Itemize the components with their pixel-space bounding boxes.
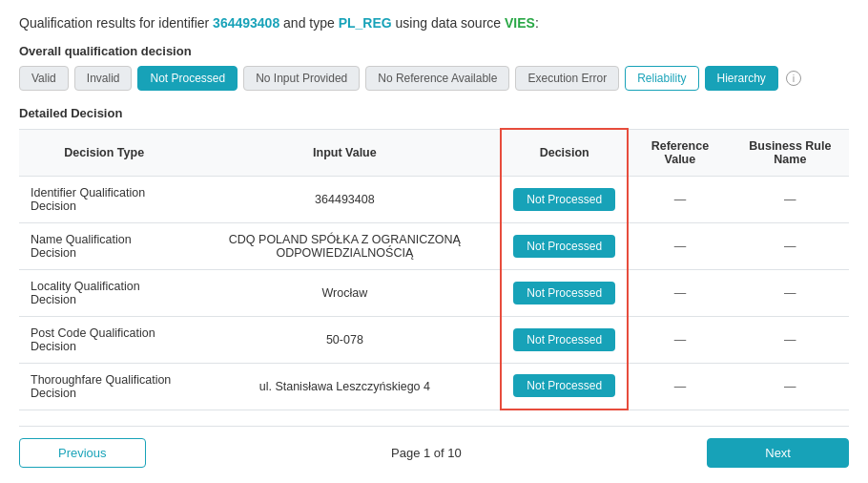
cell-reference-value: — [628, 269, 732, 316]
hierarchy-button[interactable]: Hierarchy [705, 66, 778, 91]
cell-decision-type: Post Code Qualification Decision [19, 316, 189, 363]
cell-business-rule: — [732, 363, 849, 410]
col-business-rule: Business Rule Name [732, 129, 849, 176]
table-row: Identifier Qualification Decision3644934… [19, 176, 849, 222]
cell-input-value: CDQ POLAND SPÓŁKA Z OGRANICZONĄ ODPOWIED… [189, 222, 501, 269]
cell-reference-value: — [628, 176, 732, 222]
invalid-button[interactable]: Invalid [74, 66, 133, 91]
cell-business-rule: — [732, 176, 849, 222]
no-input-button[interactable]: No Input Provided [243, 66, 360, 91]
execution-error-button[interactable]: Execution Error [515, 66, 619, 91]
cell-business-rule: — [732, 269, 849, 316]
cell-business-rule: — [732, 316, 849, 363]
cell-decision-type: Thoroughfare Qualification Decision [19, 363, 189, 410]
cell-business-rule: — [732, 222, 849, 269]
page-title: Qualification results for identifier 364… [19, 15, 849, 31]
reliability-button[interactable]: Reliability [625, 66, 698, 91]
table-row: Locality Qualification DecisionWrocławNo… [19, 269, 849, 316]
cell-decision: Not Processed [501, 222, 628, 269]
table-row: Thoroughfare Qualification Decisionul. S… [19, 363, 849, 410]
overall-decision-buttons: Valid Invalid Not Processed No Input Pro… [19, 66, 849, 91]
pagination: Previous Page 1 of 10 Next [19, 426, 849, 468]
no-reference-button[interactable]: No Reference Available [365, 66, 509, 91]
cell-reference-value: — [628, 222, 732, 269]
decision-badge-button[interactable]: Not Processed [513, 188, 615, 211]
table-row: Post Code Qualification Decision50-078No… [19, 316, 849, 363]
decision-badge-button[interactable]: Not Processed [513, 282, 615, 304]
previous-button[interactable]: Previous [19, 438, 146, 468]
decision-badge-button[interactable]: Not Processed [513, 374, 615, 397]
col-decision: Decision [501, 129, 628, 176]
detailed-decision-label: Detailed Decision [19, 106, 849, 120]
col-reference-value: Reference Value [628, 129, 732, 176]
cell-reference-value: — [628, 316, 732, 363]
cell-reference-value: — [628, 363, 732, 410]
decision-badge-button[interactable]: Not Processed [513, 328, 615, 351]
col-input-value: Input Value [189, 129, 501, 176]
next-button[interactable]: Next [707, 438, 849, 468]
info-icon[interactable]: i [786, 71, 801, 86]
cell-decision-type: Name Qualification Decision [19, 222, 189, 269]
type-value: PL_REG [339, 15, 392, 31]
cell-decision-type: Identifier Qualification Decision [19, 176, 189, 222]
source-value: VIES [505, 15, 535, 31]
col-decision-type: Decision Type [19, 129, 189, 176]
decision-badge-button[interactable]: Not Processed [513, 235, 615, 258]
cell-decision-type: Locality Qualification Decision [19, 269, 189, 316]
cell-decision: Not Processed [501, 176, 628, 222]
cell-decision: Not Processed [501, 269, 628, 316]
cell-input-value: ul. Stanisława Leszczyńskiego 4 [189, 363, 501, 410]
not-processed-button[interactable]: Not Processed [137, 66, 238, 91]
cell-decision: Not Processed [501, 363, 628, 410]
cell-input-value: 50-078 [189, 316, 501, 363]
identifier-value: 364493408 [213, 15, 279, 31]
overall-decision-label: Overall qualification decision [19, 44, 849, 58]
valid-button[interactable]: Valid [19, 66, 69, 91]
decisions-table: Decision Type Input Value Decision Refer… [19, 128, 849, 410]
cell-decision: Not Processed [501, 316, 628, 363]
page-info: Page 1 of 10 [391, 446, 462, 460]
table-row: Name Qualification DecisionCDQ POLAND SP… [19, 222, 849, 269]
cell-input-value: Wrocław [189, 269, 501, 316]
cell-input-value: 364493408 [189, 176, 501, 222]
